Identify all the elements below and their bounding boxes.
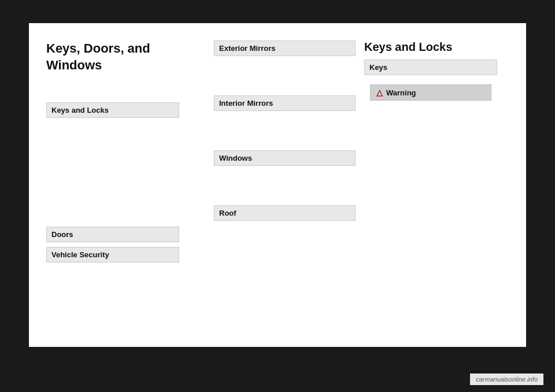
main-content: Keys, Doors, and Windows Keys and Locks … xyxy=(29,23,526,347)
right-subsection-keys[interactable]: Keys xyxy=(364,60,497,75)
column-middle: Exterior Mirrors Interior Mirrors Window… xyxy=(208,40,358,330)
sidebar-item-exterior-mirrors[interactable]: Exterior Mirrors xyxy=(214,40,356,56)
warning-label: Warning xyxy=(386,88,416,97)
sidebar-item-vehicle-security[interactable]: Vehicle Security xyxy=(46,247,179,262)
column-left: Keys, Doors, and Windows Keys and Locks … xyxy=(46,40,208,330)
sidebar-item-interior-mirrors[interactable]: Interior Mirrors xyxy=(214,95,356,111)
warning-bar: △ Warning xyxy=(370,84,491,101)
column-right: Keys and Locks Keys △ Warning xyxy=(358,40,509,330)
sidebar-item-windows[interactable]: Windows xyxy=(214,150,356,166)
warning-icon: △ xyxy=(376,88,383,97)
sidebar-item-keys-and-locks[interactable]: Keys and Locks xyxy=(46,102,179,118)
sidebar-item-doors[interactable]: Doors xyxy=(46,227,179,242)
main-title-line2: Windows xyxy=(46,58,102,72)
main-title: Keys, Doors, and Windows xyxy=(46,40,202,73)
right-section-title: Keys and Locks xyxy=(364,40,509,54)
main-title-line1: Keys, Doors, and xyxy=(46,41,150,56)
watermark: carmanualsonline.info xyxy=(470,373,543,385)
sidebar-item-roof[interactable]: Roof xyxy=(214,205,356,221)
